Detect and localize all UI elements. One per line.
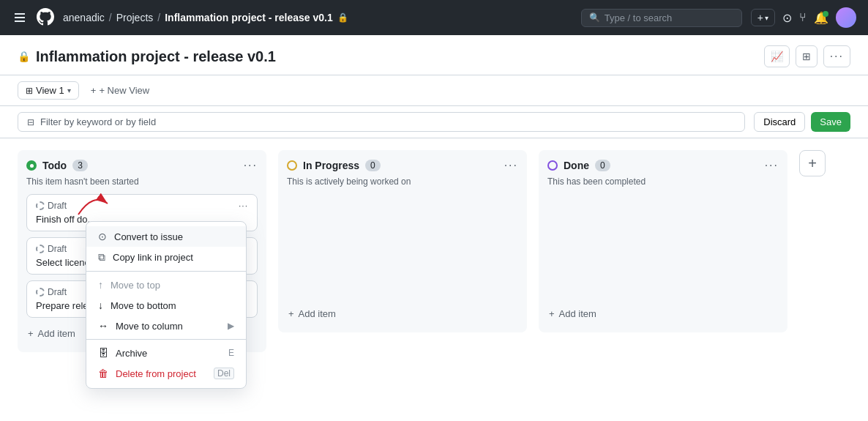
arrows-lr-icon: ↔: [98, 320, 108, 332]
breadcrumb-user[interactable]: anenadic: [63, 12, 105, 23]
ctx-archive[interactable]: 🗄 Archive E: [86, 343, 246, 363]
issue-icon-btn[interactable]: ⊙: [782, 11, 792, 25]
top-nav: anenadic / Projects / Inflammation proje…: [0, 0, 868, 35]
column-todo: Todo 3 ··· This item hasn't been started…: [18, 150, 266, 352]
move-bottom-label: Move to bottom: [111, 300, 176, 311]
page-title: Inflammation project - release v0.1: [36, 48, 276, 65]
todo-subtitle: This item hasn't been started: [26, 176, 258, 187]
page-header-actions: 📈 ⊞ ···: [764, 45, 850, 67]
card-draft-label: Draft: [36, 201, 67, 211]
filter-icon: ⊟: [27, 117, 34, 127]
archive-label: Archive: [116, 348, 147, 359]
done-add-item-btn[interactable]: + Add item: [547, 304, 779, 324]
breadcrumb-current: Inflammation project - release v0.1: [165, 12, 333, 23]
ctx-move-top[interactable]: ↑ Move to top: [86, 275, 246, 295]
card-2-draft-label: Draft: [36, 244, 67, 254]
new-view-btn[interactable]: + + New View: [85, 82, 155, 99]
chevron-right-icon: ▶: [228, 321, 234, 331]
draft-circle-icon-3: [36, 288, 45, 297]
circle-dot-icon: ⊙: [98, 231, 107, 242]
ctx-move-bottom[interactable]: ↓ Move to bottom: [86, 295, 246, 316]
discard-button[interactable]: Discard: [754, 112, 805, 132]
arrow-up-icon: ↑: [98, 279, 103, 291]
layout-icon-btn[interactable]: ⊞: [796, 45, 818, 67]
column-header-inprogress: In Progress 0 ···: [287, 159, 518, 172]
card-1-more-btn[interactable]: ···: [239, 201, 248, 211]
inprogress-menu-btn[interactable]: ···: [504, 159, 518, 172]
inprogress-add-item-btn[interactable]: + Add item: [287, 304, 518, 324]
board: Todo 3 ··· This item hasn't been started…: [0, 138, 868, 417]
column-inprogress: In Progress 0 ··· This is actively being…: [278, 150, 527, 332]
search-placeholder: Type / to search: [605, 12, 673, 23]
column-header-done: Done 0 ···: [547, 159, 779, 172]
filter-placeholder: Filter by keyword or by field: [40, 116, 156, 127]
pullrequest-icon-btn[interactable]: ⑂: [799, 11, 807, 24]
ctx-move-column[interactable]: ↔ Move to column ▶: [86, 316, 246, 336]
page-title-row: 🔒 Inflammation project - release v0.1: [18, 48, 276, 65]
chart-icon-btn[interactable]: 📈: [764, 45, 790, 67]
breadcrumb-projects[interactable]: Projects: [116, 12, 154, 23]
toolbar: ⊞ View 1 ▾ + + New View: [0, 75, 868, 106]
todo-menu-btn[interactable]: ···: [244, 159, 258, 172]
plus-icon-inprogress: +: [288, 308, 294, 319]
done-count: 0: [595, 160, 610, 171]
plus-icon-todo: +: [28, 328, 34, 339]
notification-dot: [823, 11, 828, 17]
add-column-btn[interactable]: +: [799, 150, 826, 176]
chevron-down-icon: ▾: [765, 14, 768, 22]
save-button[interactable]: Save: [811, 112, 850, 132]
plus-icon-view: +: [91, 85, 97, 96]
card-3-draft-label: Draft: [36, 287, 67, 297]
breadcrumb: anenadic / Projects / Inflammation proje…: [63, 12, 572, 23]
filter-actions: Discard Save: [754, 112, 850, 132]
hamburger-menu[interactable]: [12, 10, 28, 25]
archive-shortcut: E: [228, 348, 234, 358]
inprogress-status-dot: [287, 160, 297, 171]
copy-link-label: Copy link in project: [113, 252, 193, 263]
inprogress-subtitle: This is actively being worked on: [287, 176, 518, 187]
view1-label: View 1: [36, 85, 64, 96]
notification-btn-wrap[interactable]: 🔔: [814, 11, 828, 25]
ctx-delete[interactable]: 🗑 Delete from project Del: [86, 363, 246, 384]
page-header: 🔒 Inflammation project - release v0.1 📈 …: [0, 35, 868, 75]
done-status-dot: [547, 160, 558, 171]
draft-circle-icon-2: [36, 245, 45, 253]
more-options-btn[interactable]: ···: [823, 45, 850, 67]
plus-button[interactable]: + ▾: [751, 9, 775, 26]
todo-title: Todo: [42, 160, 67, 171]
table-icon: ⊞: [26, 86, 33, 96]
copy-icon: ⧉: [98, 251, 105, 264]
ctx-convert-to-issue[interactable]: ⊙ Convert to issue: [86, 226, 246, 247]
convert-to-issue-label: Convert to issue: [114, 231, 183, 242]
plus-icon: +: [757, 12, 763, 23]
breadcrumb-sep1: /: [109, 12, 112, 23]
plus-icon-column: +: [808, 155, 817, 172]
move-column-label: Move to column: [116, 321, 183, 332]
inprogress-title: In Progress: [303, 160, 359, 171]
lock-icon-title: 🔒: [18, 51, 30, 62]
todo-count: 3: [72, 160, 88, 171]
done-subtitle: This has been completed: [547, 176, 779, 187]
plus-icon-done: +: [549, 308, 555, 319]
filter-bar: ⊟ Filter by keyword or by field Discard …: [0, 106, 868, 138]
ctx-copy-link[interactable]: ⧉ Copy link in project: [86, 247, 246, 268]
view1-tab[interactable]: ⊞ View 1 ▾: [18, 81, 79, 100]
search-icon: 🔍: [589, 12, 600, 23]
delete-shortcut: Del: [214, 368, 234, 379]
inprogress-count: 0: [365, 160, 381, 171]
draft-circle-icon: [36, 201, 45, 210]
todo-add-label: Add item: [38, 328, 75, 339]
card-1: Draft ··· Finish off do... ⊙ Convert to …: [26, 194, 258, 231]
done-menu-btn[interactable]: ···: [765, 159, 779, 172]
github-logo[interactable]: [37, 8, 54, 28]
done-title: Done: [564, 160, 589, 171]
breadcrumb-sep2: /: [157, 12, 160, 23]
avatar[interactable]: [836, 7, 856, 28]
filter-input-wrap[interactable]: ⊟ Filter by keyword or by field: [18, 112, 745, 132]
move-top-label: Move to top: [111, 280, 160, 291]
search-bar[interactable]: 🔍 Type / to search: [581, 9, 742, 27]
chevron-down-icon-view: ▾: [67, 86, 71, 94]
column-header-todo: Todo 3 ···: [26, 159, 258, 172]
done-add-label: Add item: [559, 308, 596, 319]
lock-icon-breadcrumb: 🔒: [337, 12, 348, 23]
